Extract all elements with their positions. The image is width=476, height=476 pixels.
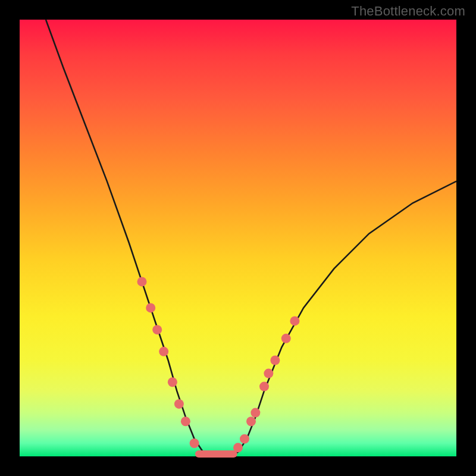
watermark-text: TheBottleneck.com bbox=[351, 4, 465, 19]
bottleneck-curve bbox=[46, 20, 456, 456]
marker-dot bbox=[159, 347, 168, 356]
marker-dot bbox=[174, 399, 184, 409]
marker-dot bbox=[270, 356, 280, 365]
marker-dot bbox=[168, 377, 177, 387]
marker-dot bbox=[290, 316, 299, 325]
marker-dot bbox=[264, 369, 273, 378]
marker-dot bbox=[250, 408, 260, 418]
chart-frame: TheBottleneck.com bbox=[0, 0, 476, 476]
marker-dot bbox=[190, 439, 199, 448]
chart-svg bbox=[20, 20, 456, 456]
marker-dot bbox=[137, 277, 147, 286]
marker-dot bbox=[240, 434, 249, 444]
marker-dot bbox=[146, 303, 155, 312]
marker-dot bbox=[259, 382, 269, 392]
marker-dot bbox=[246, 416, 256, 426]
marker-dot bbox=[233, 443, 243, 452]
marker-dot bbox=[281, 334, 291, 343]
marker-dot bbox=[181, 416, 190, 426]
marker-dot bbox=[152, 325, 162, 334]
plot-area bbox=[20, 20, 456, 456]
marker-group bbox=[137, 277, 300, 452]
